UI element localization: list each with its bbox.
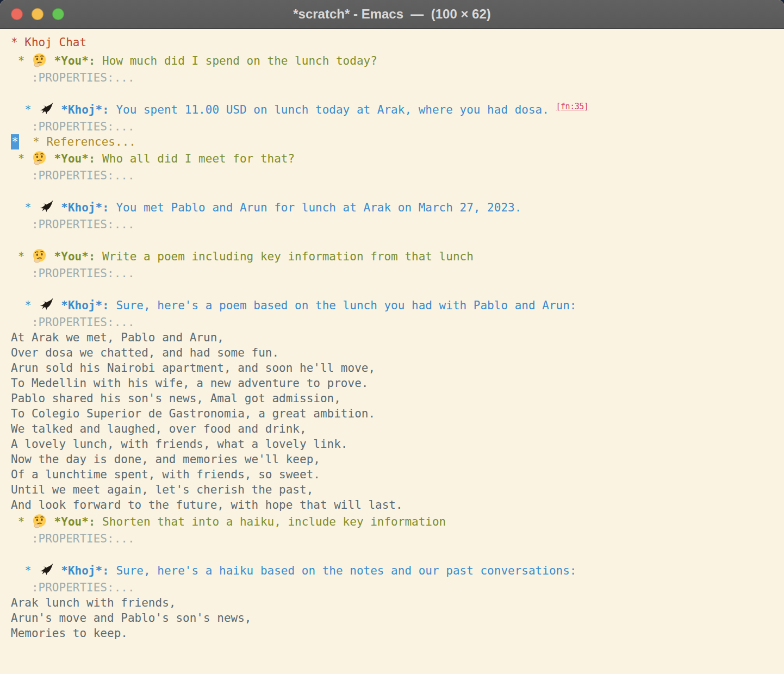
chat-message-you-1[interactable]: * *You*: How much did I spend on the lun… xyxy=(11,52,779,70)
properties-ellipsis[interactable]: :PROPERTIES:... xyxy=(11,316,135,329)
text-segment: * xyxy=(11,250,32,263)
text-segment: Memories to keep. xyxy=(11,627,128,640)
haiku-line[interactable]: Arak lunch with friends, xyxy=(11,595,779,610)
speaker-you: *You*: xyxy=(54,54,96,67)
speaker-you: *You*: xyxy=(54,250,96,263)
khoj-message-text: You met Pablo and Arun for lunch at Arak… xyxy=(109,201,522,214)
text-segment: * xyxy=(11,152,32,165)
speaker-you: *You*: xyxy=(54,152,96,165)
khoj-message-text: You spent 11.00 USD on lunch today at Ar… xyxy=(109,103,556,116)
properties-drawer[interactable]: :PROPERTIES:... xyxy=(11,217,779,232)
zoom-button[interactable] xyxy=(52,8,64,20)
properties-ellipsis[interactable]: :PROPERTIES:... xyxy=(11,218,135,231)
chat-message-khoj-4[interactable]: * *Khoj*: Sure, here's a haiku based on … xyxy=(11,561,779,580)
traffic-lights xyxy=(11,8,64,20)
properties-drawer[interactable]: :PROPERTIES:... xyxy=(11,266,779,281)
text-segment xyxy=(47,54,54,67)
references-heading[interactable]: * References... xyxy=(33,135,136,148)
properties-ellipsis[interactable]: :PROPERTIES:... xyxy=(11,169,135,182)
poem-line[interactable]: To Colegio Superior de Gastronomia, a gr… xyxy=(11,406,779,421)
blank-line xyxy=(11,281,779,296)
close-button[interactable] xyxy=(11,8,23,20)
haiku-line[interactable]: Memories to keep. xyxy=(11,626,779,641)
khoj-message-text: Sure, here's a haiku based on the notes … xyxy=(109,564,577,577)
text-segment xyxy=(54,103,61,116)
text-segment: And look forward to the future, with hop… xyxy=(11,498,403,511)
text-segment xyxy=(54,564,61,577)
properties-ellipsis[interactable]: :PROPERTIES:... xyxy=(11,532,135,545)
text-segment: Of a lunchtime spent, with friends, so s… xyxy=(11,468,320,481)
text-segment: To Colegio Superior de Gastronomia, a gr… xyxy=(11,407,375,420)
text-segment: To Medellin with his wife, a new adventu… xyxy=(11,377,368,390)
text-segment: * xyxy=(11,515,32,528)
properties-drawer[interactable]: :PROPERTIES:... xyxy=(11,580,779,595)
thinking-emoji xyxy=(32,151,47,165)
speaker-you: *You*: xyxy=(54,515,96,528)
emacs-window: *scratch* - Emacs — (100 × 62) * Khoj Ch… xyxy=(0,0,784,674)
blank-line xyxy=(11,183,779,198)
blank-line xyxy=(11,85,779,101)
haiku-line[interactable]: Arun's move and Pablo's son's news, xyxy=(11,610,779,626)
chat-message-you-4[interactable]: * *You*: Shorten that into a haiku, incl… xyxy=(11,513,779,531)
properties-drawer[interactable]: :PROPERTIES:... xyxy=(11,119,779,134)
bird-emoji xyxy=(39,297,54,312)
text-segment: * xyxy=(11,201,39,214)
org-heading-khoj-chat[interactable]: * Khoj Chat xyxy=(11,33,779,52)
poem-line[interactable]: Until we meet again, let's cherish the p… xyxy=(11,482,779,497)
text-segment: * xyxy=(11,564,39,577)
poem-line[interactable]: At Arak we met, Pablo and Arun, xyxy=(11,330,779,345)
editor-buffer[interactable]: * Khoj Chat * *You*: How much did I spen… xyxy=(0,29,784,670)
text-segment xyxy=(47,515,54,528)
poem-line[interactable]: We talked and laughed, over food and dri… xyxy=(11,421,779,436)
text-segment: Arun sold his Nairobi apartment, and soo… xyxy=(11,361,375,375)
chat-message-you-3[interactable]: * *You*: Write a poem including key info… xyxy=(11,247,779,266)
you-message-text: Who all did I meet for that? xyxy=(95,152,295,165)
poem-line[interactable]: And look forward to the future, with hop… xyxy=(11,497,779,513)
text-segment: Over dosa we chatted, and had some fun. xyxy=(11,346,279,359)
collapsed-indicator[interactable]: * xyxy=(11,134,19,149)
text-segment xyxy=(47,250,54,263)
bird-emoji xyxy=(39,199,54,214)
minimize-button[interactable] xyxy=(32,8,43,20)
bird-emoji xyxy=(39,102,54,116)
references-line[interactable]: * * References... xyxy=(11,134,779,149)
properties-ellipsis[interactable]: :PROPERTIES:... xyxy=(11,267,135,280)
poem-line[interactable]: Of a lunchtime spent, with friends, so s… xyxy=(11,467,779,482)
text-segment: * xyxy=(11,299,39,312)
khoj-chat-heading: * Khoj Chat xyxy=(11,36,86,49)
poem-line[interactable]: Pablo shared his son's news, Amal got ad… xyxy=(11,391,779,406)
poem-line[interactable]: Now the day is done, and memories we'll … xyxy=(11,452,779,467)
text-segment: * xyxy=(11,103,39,116)
poem-line[interactable]: A lovely lunch, with friends, what a lov… xyxy=(11,436,779,452)
properties-drawer[interactable]: :PROPERTIES:... xyxy=(11,531,779,546)
chat-message-khoj-3[interactable]: * *Khoj*: Sure, here's a poem based on t… xyxy=(11,296,779,315)
chat-message-khoj-1[interactable]: * *Khoj*: You spent 11.00 USD on lunch t… xyxy=(11,101,779,119)
khoj-message-text: Sure, here's a poem based on the lunch y… xyxy=(109,299,577,312)
properties-drawer[interactable]: :PROPERTIES:... xyxy=(11,70,779,85)
you-message-text: How much did I spend on the lunch today? xyxy=(95,54,377,67)
properties-drawer[interactable]: :PROPERTIES:... xyxy=(11,168,779,183)
text-segment: Now the day is done, and memories we'll … xyxy=(11,453,320,466)
speaker-khoj: *Khoj*: xyxy=(61,201,109,214)
poem-line[interactable]: Over dosa we chatted, and had some fun. xyxy=(11,345,779,360)
text-segment xyxy=(54,201,61,214)
chat-message-you-2[interactable]: * *You*: Who all did I meet for that? xyxy=(11,149,779,168)
poem-line[interactable]: Arun sold his Nairobi apartment, and soo… xyxy=(11,360,779,376)
text-segment: * xyxy=(11,54,32,67)
footnote-link[interactable]: [fn:35] xyxy=(556,102,589,111)
speaker-khoj: *Khoj*: xyxy=(61,299,109,312)
blank-line xyxy=(11,232,779,247)
text-segment xyxy=(47,152,54,165)
properties-ellipsis[interactable]: :PROPERTIES:... xyxy=(11,120,135,133)
thinking-emoji xyxy=(32,514,47,528)
properties-ellipsis[interactable]: :PROPERTIES:... xyxy=(11,581,135,594)
blank-line xyxy=(11,546,779,561)
title-bar[interactable]: *scratch* - Emacs — (100 × 62) xyxy=(0,0,784,29)
properties-drawer[interactable]: :PROPERTIES:... xyxy=(11,315,779,330)
text-segment: Pablo shared his son's news, Amal got ad… xyxy=(11,392,341,405)
thinking-emoji xyxy=(32,53,47,67)
poem-line[interactable]: To Medellin with his wife, a new adventu… xyxy=(11,376,779,391)
properties-ellipsis[interactable]: :PROPERTIES:... xyxy=(11,71,135,84)
chat-message-khoj-2[interactable]: * *Khoj*: You met Pablo and Arun for lun… xyxy=(11,198,779,217)
you-message-text: Write a poem including key information f… xyxy=(95,250,473,263)
